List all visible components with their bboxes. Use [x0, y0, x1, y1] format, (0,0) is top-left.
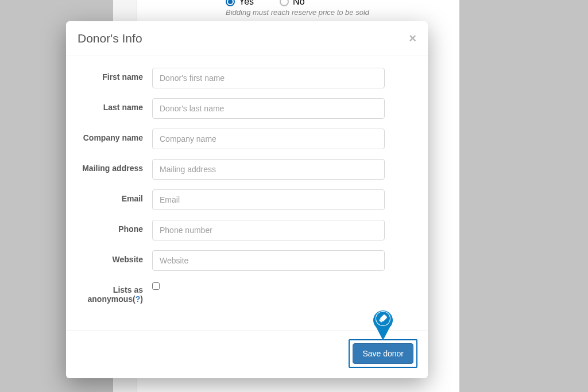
website-row: Website — [78, 250, 385, 271]
save-donor-button[interactable]: Save donor — [353, 343, 413, 364]
save-button-annotation: Save donor — [349, 339, 417, 368]
email-label: Email — [78, 189, 152, 203]
last-name-label: Last name — [78, 98, 152, 112]
company-name-input[interactable] — [152, 129, 385, 149]
anonymous-checkbox[interactable] — [152, 282, 160, 290]
donor-info-modal: Donor's Info × First name Last name Comp… — [66, 21, 428, 378]
first-name-label: First name — [78, 68, 152, 81]
close-icon[interactable]: × — [409, 32, 416, 45]
anonymous-row: Lists as anonymous(?) — [78, 281, 385, 304]
first-name-input[interactable] — [152, 68, 385, 88]
website-label: Website — [78, 250, 152, 264]
email-row: Email — [78, 189, 385, 210]
first-name-row: First name — [78, 68, 385, 88]
website-input[interactable] — [152, 250, 385, 271]
company-name-label: Company name — [78, 129, 152, 142]
phone-row: Phone — [78, 220, 385, 240]
modal-footer: Save donor — [66, 331, 428, 378]
last-name-row: Last name — [78, 98, 385, 119]
phone-label: Phone — [78, 220, 152, 234]
email-input[interactable] — [152, 189, 385, 210]
modal-header: Donor's Info × — [66, 21, 428, 56]
phone-input[interactable] — [152, 220, 385, 240]
mailing-address-input[interactable] — [152, 159, 385, 180]
pointer-icon — [372, 307, 394, 340]
modal-overlay: Donor's Info × First name Last name Comp… — [0, 0, 588, 392]
anonymous-label: Lists as anonymous(?) — [78, 281, 152, 304]
mailing-address-row: Mailing address — [78, 159, 385, 180]
company-name-row: Company name — [78, 129, 385, 149]
modal-body: First name Last name Company name Mailin… — [66, 56, 428, 331]
last-name-input[interactable] — [152, 98, 385, 119]
modal-title: Donor's Info — [78, 32, 142, 45]
mailing-address-label: Mailing address — [78, 159, 152, 173]
